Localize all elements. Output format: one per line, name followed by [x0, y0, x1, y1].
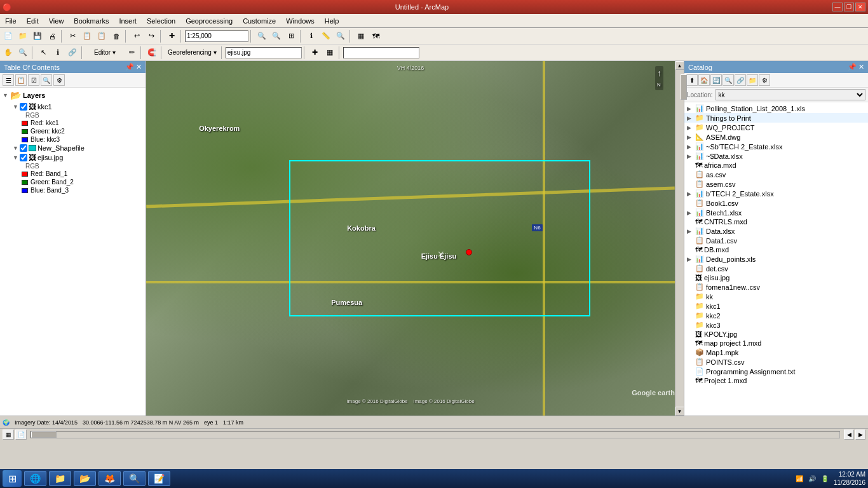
select-button[interactable]: ↖ [36, 46, 50, 60]
data1-expand[interactable] [687, 238, 693, 244]
ejisu-checkbox[interactable] [20, 154, 27, 161]
open-button[interactable]: 📁 [16, 29, 30, 43]
catalog-close-button[interactable]: ✕ [858, 63, 864, 71]
as-csv-expand[interactable] [687, 172, 693, 178]
scroll-down-button[interactable]: ▼ [675, 407, 684, 416]
things-expand[interactable]: ▶ [687, 115, 693, 121]
prev-page-button[interactable]: ◀ [844, 430, 854, 440]
catalog-item-cntrls[interactable]: 🗺 CNTRLS.mxd [684, 217, 868, 226]
taskbar-notepad[interactable]: 📝 [148, 471, 170, 486]
toc-search[interactable]: 🔍 [41, 74, 52, 86]
catalog-item-dedu[interactable]: ▶ 📊 Dedu_points.xls [684, 254, 868, 264]
catalog-item-africa-mxd[interactable]: 🗺 africa.mxd [684, 161, 868, 170]
prog-assign-expand[interactable] [687, 369, 693, 375]
print-button[interactable]: 🖨 [45, 29, 59, 43]
identify-button[interactable]: ℹ [304, 29, 318, 43]
toc-selection-view[interactable]: ☑ [28, 74, 39, 86]
det-expand[interactable] [687, 266, 693, 272]
catalog-item-ejisu-jpg[interactable]: 🖼 ejisu.jpg [684, 273, 868, 282]
kk-expand[interactable] [687, 294, 693, 300]
catalog-item-project1-mxd[interactable]: 🗺 Project 1.mxd [684, 376, 868, 385]
catalog-item-btech1-xlsx[interactable]: ▶ 📊 Btech1.xlsx [684, 208, 868, 217]
toc-list-view[interactable]: ☰ [3, 74, 14, 86]
menu-edit[interactable]: Edit [22, 16, 44, 26]
save-button[interactable]: 💾 [31, 29, 44, 43]
menu-windows[interactable]: Windows [281, 16, 320, 26]
sketch-button[interactable]: ✏ [125, 46, 139, 60]
catalog-item-wq[interactable]: ▶ 📁 WQ_PROJECT [684, 123, 868, 132]
asem-dwg-expand[interactable]: ▶ [687, 134, 693, 140]
scale-input[interactable] [185, 30, 248, 42]
delete-button[interactable]: 🗑 [109, 29, 123, 43]
next-page-button[interactable]: ▶ [855, 430, 865, 440]
catalog-item-book1[interactable]: 📋 Book1.csv [684, 198, 868, 208]
copy-button[interactable]: 📋 [80, 29, 94, 43]
shapefile-expand[interactable]: ▼ [13, 145, 18, 151]
toc-options[interactable]: ⚙ [53, 74, 65, 86]
zoom-button[interactable]: 🔍 [16, 46, 30, 60]
zoom-out-button[interactable]: 🔍 [269, 29, 283, 43]
menu-insert[interactable]: Insert [114, 16, 142, 26]
catalog-item-asem-csv[interactable]: 📋 asem.csv [684, 179, 868, 189]
catalog-item-fomena[interactable]: 📋 fomena1new..csv [684, 282, 868, 292]
catalog-item-polling[interactable]: ▶ 📊 Polling_Station_List_2008_1.xls [684, 104, 868, 113]
kkc3-cat-expand[interactable] [687, 322, 693, 329]
taskbar-search[interactable]: 🔍 [123, 471, 146, 486]
menu-file[interactable]: File [0, 16, 22, 26]
map-vscrollbar[interactable]: ▲ ▼ [675, 61, 684, 416]
ejisu-expand[interactable]: ▼ [13, 154, 18, 161]
db-mxd-expand[interactable] [687, 247, 693, 253]
attribute-table-button[interactable]: ▦ [354, 29, 368, 43]
catalog-connect-button[interactable]: 🔗 [735, 74, 746, 86]
taskbar-firefox[interactable]: 🦊 [98, 471, 121, 486]
info-button[interactable]: ℹ [51, 46, 65, 60]
toolbar-search[interactable] [343, 47, 419, 58]
scroll-up-button[interactable]: ▲ [675, 61, 684, 70]
catalog-item-det-csv[interactable]: 📋 det.csv [684, 264, 868, 273]
data-view-button[interactable]: ▦ [3, 430, 14, 440]
layer-shapefile[interactable]: ▼ New_Shapefile [3, 144, 146, 152]
add-control-points[interactable]: ✚ [308, 46, 322, 60]
layout-view-button[interactable]: 📄 [15, 430, 27, 440]
book1-expand[interactable] [687, 200, 693, 207]
cut-button[interactable]: ✂ [65, 29, 79, 43]
paste-button[interactable]: 📋 [95, 29, 109, 43]
undo-button[interactable]: ↩ [130, 29, 144, 43]
menu-help[interactable]: Help [320, 16, 344, 26]
layer-kkc1[interactable]: ▼ 🖼 kkc1 [3, 102, 146, 112]
menu-customize[interactable]: Customize [238, 16, 281, 26]
menu-selection[interactable]: Selection [142, 16, 180, 26]
restore-button[interactable]: ❐ [844, 3, 854, 11]
catalog-item-kkc2[interactable]: 📁 kkc2 [684, 311, 868, 320]
taskbar-ie[interactable]: 🌐 [24, 471, 46, 486]
map1-mpk-expand[interactable] [687, 349, 693, 356]
toc-layers-group[interactable]: ▼ 📂 Layers [0, 89, 146, 102]
africa-expand[interactable] [687, 162, 693, 168]
cntrls-expand[interactable] [687, 219, 693, 225]
layer-ejisu[interactable]: ▼ 🖼 ejisu.jpg [3, 152, 146, 163]
catalog-item-prog-assign[interactable]: 📄 Programming Assignment.txt [684, 367, 868, 376]
toc-source-view[interactable]: 📋 [15, 74, 27, 86]
kkc1-expand[interactable]: ▼ [13, 104, 18, 110]
points-csv-expand[interactable] [687, 359, 693, 365]
kkc1-checkbox[interactable] [20, 103, 27, 111]
minimize-button[interactable]: — [832, 3, 843, 11]
scroll-thumb[interactable] [681, 74, 687, 100]
dedu-expand[interactable]: ▶ [687, 256, 693, 262]
polling-expand[interactable]: ▶ [687, 105, 693, 112]
editor-dropdown[interactable]: Editor ▾ [86, 46, 124, 60]
georef-file-input[interactable] [226, 47, 302, 58]
menu-geoprocessing[interactable]: Geoprocessing [180, 16, 238, 26]
data-xlsx-expand[interactable]: ▶ [687, 228, 693, 234]
kpoly-expand[interactable] [687, 331, 693, 337]
map-project-expand[interactable] [687, 340, 693, 346]
catalog-item-sbtech[interactable]: ▶ 📊 ~Sb'TECH 2_Estate.xlsx [684, 142, 868, 151]
catalog-item-kpoly[interactable]: 🖼 KPOLY.jpg [684, 330, 868, 339]
wq-expand[interactable]: ▶ [687, 125, 693, 131]
project1-mxd-expand[interactable] [687, 377, 693, 384]
kkc1-cat-expand[interactable] [687, 303, 693, 309]
toc-close-button[interactable]: ✕ [136, 63, 142, 71]
catalog-item-points-csv[interactable]: 📋 POINTS.csv [684, 357, 868, 367]
map-area[interactable]: Okyerekrom Kokobra Ejisu Ejisu Pumesua N… [146, 61, 675, 416]
taskbar-folder[interactable]: 📂 [74, 471, 96, 486]
